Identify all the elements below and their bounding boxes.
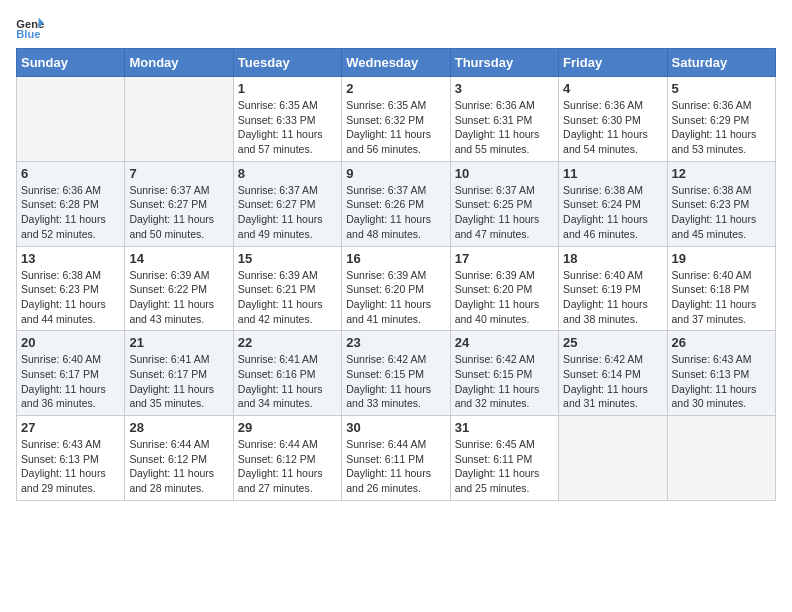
- day-info: Sunrise: 6:38 AMSunset: 6:24 PMDaylight:…: [563, 183, 662, 242]
- day-number: 4: [563, 81, 662, 96]
- day-number: 2: [346, 81, 445, 96]
- day-number: 27: [21, 420, 120, 435]
- weekday-header-wednesday: Wednesday: [342, 49, 450, 77]
- calendar-cell: 1Sunrise: 6:35 AMSunset: 6:33 PMDaylight…: [233, 77, 341, 162]
- calendar-cell: 6Sunrise: 6:36 AMSunset: 6:28 PMDaylight…: [17, 161, 125, 246]
- calendar-cell: 27Sunrise: 6:43 AMSunset: 6:13 PMDayligh…: [17, 416, 125, 501]
- day-info: Sunrise: 6:38 AMSunset: 6:23 PMDaylight:…: [21, 268, 120, 327]
- calendar-cell: 31Sunrise: 6:45 AMSunset: 6:11 PMDayligh…: [450, 416, 558, 501]
- day-number: 1: [238, 81, 337, 96]
- day-number: 14: [129, 251, 228, 266]
- calendar-cell: 5Sunrise: 6:36 AMSunset: 6:29 PMDaylight…: [667, 77, 775, 162]
- calendar-cell: 12Sunrise: 6:38 AMSunset: 6:23 PMDayligh…: [667, 161, 775, 246]
- weekday-header-monday: Monday: [125, 49, 233, 77]
- weekday-header-saturday: Saturday: [667, 49, 775, 77]
- week-row-3: 13Sunrise: 6:38 AMSunset: 6:23 PMDayligh…: [17, 246, 776, 331]
- calendar-cell: 9Sunrise: 6:37 AMSunset: 6:26 PMDaylight…: [342, 161, 450, 246]
- calendar-cell: 17Sunrise: 6:39 AMSunset: 6:20 PMDayligh…: [450, 246, 558, 331]
- day-number: 28: [129, 420, 228, 435]
- day-info: Sunrise: 6:36 AMSunset: 6:29 PMDaylight:…: [672, 98, 771, 157]
- day-number: 18: [563, 251, 662, 266]
- calendar-cell: 30Sunrise: 6:44 AMSunset: 6:11 PMDayligh…: [342, 416, 450, 501]
- calendar-cell: 21Sunrise: 6:41 AMSunset: 6:17 PMDayligh…: [125, 331, 233, 416]
- day-number: 30: [346, 420, 445, 435]
- day-number: 16: [346, 251, 445, 266]
- day-info: Sunrise: 6:35 AMSunset: 6:33 PMDaylight:…: [238, 98, 337, 157]
- calendar-cell: 25Sunrise: 6:42 AMSunset: 6:14 PMDayligh…: [559, 331, 667, 416]
- day-number: 23: [346, 335, 445, 350]
- calendar-cell: 4Sunrise: 6:36 AMSunset: 6:30 PMDaylight…: [559, 77, 667, 162]
- day-info: Sunrise: 6:42 AMSunset: 6:15 PMDaylight:…: [455, 352, 554, 411]
- day-info: Sunrise: 6:39 AMSunset: 6:20 PMDaylight:…: [455, 268, 554, 327]
- day-number: 8: [238, 166, 337, 181]
- day-info: Sunrise: 6:36 AMSunset: 6:30 PMDaylight:…: [563, 98, 662, 157]
- day-info: Sunrise: 6:43 AMSunset: 6:13 PMDaylight:…: [672, 352, 771, 411]
- logo: General Blue: [16, 16, 48, 40]
- day-info: Sunrise: 6:36 AMSunset: 6:28 PMDaylight:…: [21, 183, 120, 242]
- weekday-header-tuesday: Tuesday: [233, 49, 341, 77]
- day-info: Sunrise: 6:37 AMSunset: 6:27 PMDaylight:…: [129, 183, 228, 242]
- calendar-cell: [559, 416, 667, 501]
- day-number: 13: [21, 251, 120, 266]
- calendar-cell: 11Sunrise: 6:38 AMSunset: 6:24 PMDayligh…: [559, 161, 667, 246]
- day-number: 25: [563, 335, 662, 350]
- calendar-cell: 28Sunrise: 6:44 AMSunset: 6:12 PMDayligh…: [125, 416, 233, 501]
- day-info: Sunrise: 6:39 AMSunset: 6:22 PMDaylight:…: [129, 268, 228, 327]
- day-number: 5: [672, 81, 771, 96]
- calendar-cell: 16Sunrise: 6:39 AMSunset: 6:20 PMDayligh…: [342, 246, 450, 331]
- calendar-cell: 22Sunrise: 6:41 AMSunset: 6:16 PMDayligh…: [233, 331, 341, 416]
- logo-icon: General Blue: [16, 16, 44, 40]
- day-number: 29: [238, 420, 337, 435]
- calendar-cell: 13Sunrise: 6:38 AMSunset: 6:23 PMDayligh…: [17, 246, 125, 331]
- calendar-cell: 23Sunrise: 6:42 AMSunset: 6:15 PMDayligh…: [342, 331, 450, 416]
- day-info: Sunrise: 6:39 AMSunset: 6:20 PMDaylight:…: [346, 268, 445, 327]
- calendar-cell: 26Sunrise: 6:43 AMSunset: 6:13 PMDayligh…: [667, 331, 775, 416]
- calendar-cell: [125, 77, 233, 162]
- day-number: 19: [672, 251, 771, 266]
- week-row-1: 1Sunrise: 6:35 AMSunset: 6:33 PMDaylight…: [17, 77, 776, 162]
- calendar-cell: 15Sunrise: 6:39 AMSunset: 6:21 PMDayligh…: [233, 246, 341, 331]
- day-info: Sunrise: 6:43 AMSunset: 6:13 PMDaylight:…: [21, 437, 120, 496]
- calendar-cell: 2Sunrise: 6:35 AMSunset: 6:32 PMDaylight…: [342, 77, 450, 162]
- day-info: Sunrise: 6:37 AMSunset: 6:25 PMDaylight:…: [455, 183, 554, 242]
- day-info: Sunrise: 6:35 AMSunset: 6:32 PMDaylight:…: [346, 98, 445, 157]
- day-number: 31: [455, 420, 554, 435]
- day-info: Sunrise: 6:44 AMSunset: 6:12 PMDaylight:…: [238, 437, 337, 496]
- weekday-header-thursday: Thursday: [450, 49, 558, 77]
- day-number: 21: [129, 335, 228, 350]
- day-info: Sunrise: 6:37 AMSunset: 6:27 PMDaylight:…: [238, 183, 337, 242]
- day-info: Sunrise: 6:36 AMSunset: 6:31 PMDaylight:…: [455, 98, 554, 157]
- day-info: Sunrise: 6:40 AMSunset: 6:18 PMDaylight:…: [672, 268, 771, 327]
- day-info: Sunrise: 6:42 AMSunset: 6:15 PMDaylight:…: [346, 352, 445, 411]
- week-row-4: 20Sunrise: 6:40 AMSunset: 6:17 PMDayligh…: [17, 331, 776, 416]
- calendar-cell: 10Sunrise: 6:37 AMSunset: 6:25 PMDayligh…: [450, 161, 558, 246]
- day-number: 9: [346, 166, 445, 181]
- day-info: Sunrise: 6:40 AMSunset: 6:19 PMDaylight:…: [563, 268, 662, 327]
- svg-text:Blue: Blue: [16, 28, 40, 40]
- calendar-cell: 14Sunrise: 6:39 AMSunset: 6:22 PMDayligh…: [125, 246, 233, 331]
- day-info: Sunrise: 6:37 AMSunset: 6:26 PMDaylight:…: [346, 183, 445, 242]
- calendar-table: SundayMondayTuesdayWednesdayThursdayFrid…: [16, 48, 776, 501]
- day-info: Sunrise: 6:40 AMSunset: 6:17 PMDaylight:…: [21, 352, 120, 411]
- day-number: 24: [455, 335, 554, 350]
- weekday-header-friday: Friday: [559, 49, 667, 77]
- day-number: 17: [455, 251, 554, 266]
- day-number: 20: [21, 335, 120, 350]
- day-info: Sunrise: 6:44 AMSunset: 6:11 PMDaylight:…: [346, 437, 445, 496]
- day-info: Sunrise: 6:45 AMSunset: 6:11 PMDaylight:…: [455, 437, 554, 496]
- weekday-header-row: SundayMondayTuesdayWednesdayThursdayFrid…: [17, 49, 776, 77]
- day-number: 11: [563, 166, 662, 181]
- calendar-cell: 29Sunrise: 6:44 AMSunset: 6:12 PMDayligh…: [233, 416, 341, 501]
- day-number: 12: [672, 166, 771, 181]
- day-info: Sunrise: 6:38 AMSunset: 6:23 PMDaylight:…: [672, 183, 771, 242]
- week-row-2: 6Sunrise: 6:36 AMSunset: 6:28 PMDaylight…: [17, 161, 776, 246]
- calendar-cell: [667, 416, 775, 501]
- day-number: 22: [238, 335, 337, 350]
- day-number: 26: [672, 335, 771, 350]
- day-number: 15: [238, 251, 337, 266]
- day-number: 3: [455, 81, 554, 96]
- day-info: Sunrise: 6:39 AMSunset: 6:21 PMDaylight:…: [238, 268, 337, 327]
- calendar-cell: [17, 77, 125, 162]
- day-info: Sunrise: 6:41 AMSunset: 6:16 PMDaylight:…: [238, 352, 337, 411]
- day-info: Sunrise: 6:41 AMSunset: 6:17 PMDaylight:…: [129, 352, 228, 411]
